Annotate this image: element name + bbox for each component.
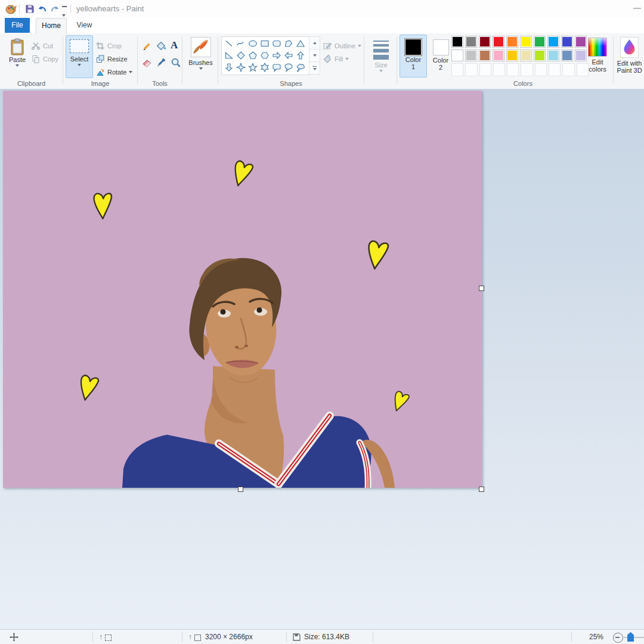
palette-swatch-empty[interactable] bbox=[507, 63, 519, 76]
paste-button[interactable]: Paste bbox=[5, 35, 30, 78]
resize-handle-right[interactable] bbox=[479, 286, 484, 291]
brushes-button[interactable]: Brushes bbox=[187, 35, 215, 79]
palette-swatch-22B14C[interactable] bbox=[534, 36, 546, 48]
shape-five-point-star[interactable] bbox=[247, 61, 259, 73]
shape-diamond[interactable] bbox=[235, 49, 247, 61]
drawing-canvas[interactable] bbox=[3, 91, 482, 488]
shape-right-arrow[interactable] bbox=[271, 49, 283, 61]
palette-swatch-empty[interactable] bbox=[451, 63, 463, 76]
resize-handle-corner[interactable] bbox=[479, 487, 484, 492]
palette-swatch-3F48CC[interactable] bbox=[561, 36, 573, 48]
heart-drawing-4 bbox=[78, 375, 99, 402]
redo-button[interactable] bbox=[50, 4, 60, 14]
rotate-button[interactable]: Rotate bbox=[95, 66, 132, 78]
palette-swatch-C3C3C3[interactable] bbox=[465, 49, 477, 61]
qat-customize-button[interactable] bbox=[62, 6, 67, 19]
palette-swatch-7F7F7F[interactable] bbox=[465, 36, 477, 48]
minimize-button[interactable] bbox=[633, 8, 641, 9]
palette-swatch-7092BE[interactable] bbox=[561, 49, 573, 61]
group-shapes: Outline Fill Shapes bbox=[218, 33, 364, 88]
palette-swatch-B97A57[interactable] bbox=[479, 49, 491, 61]
palette-swatch-99D9EA[interactable] bbox=[547, 49, 559, 61]
app-icon bbox=[5, 4, 17, 15]
crop-button[interactable]: Crop bbox=[95, 40, 122, 52]
heart-drawing-5 bbox=[391, 391, 410, 413]
text-tool[interactable]: A bbox=[171, 39, 178, 51]
color-picker-tool[interactable] bbox=[156, 57, 166, 68]
save-button[interactable] bbox=[25, 4, 35, 14]
heart-drawing-3 bbox=[367, 241, 389, 270]
shape-rectangle[interactable] bbox=[259, 38, 271, 49]
palette-swatch-empty[interactable] bbox=[479, 63, 491, 76]
copy-button[interactable]: Copy bbox=[31, 53, 58, 65]
shape-polygon[interactable] bbox=[283, 38, 295, 49]
zoom-slider-track[interactable] bbox=[624, 637, 644, 638]
eraser-tool[interactable] bbox=[141, 57, 152, 68]
color1-button[interactable]: Color 1 bbox=[400, 35, 427, 78]
magnifier-tool[interactable] bbox=[171, 57, 181, 68]
palette-swatch-empty[interactable] bbox=[549, 63, 561, 76]
palette-swatch-FFF200[interactable] bbox=[520, 36, 532, 48]
palette-swatch-empty[interactable] bbox=[493, 63, 505, 76]
shape-rounded-rectangle[interactable] bbox=[271, 38, 283, 49]
shape-four-point-star[interactable] bbox=[235, 61, 247, 73]
shape-down-arrow[interactable] bbox=[223, 61, 235, 73]
shapes-more-button[interactable] bbox=[309, 61, 320, 75]
group-label-tools: Tools bbox=[138, 80, 182, 87]
zoom-out-button[interactable] bbox=[613, 633, 623, 643]
shape-up-arrow[interactable] bbox=[295, 49, 306, 61]
palette-swatch-FFFFFF[interactable] bbox=[451, 49, 463, 61]
tab-file[interactable]: File bbox=[5, 18, 30, 33]
palette-swatch-FFAEC9[interactable] bbox=[493, 49, 504, 61]
shape-pentagon[interactable] bbox=[247, 49, 259, 61]
shapes-scroll-up-button[interactable] bbox=[309, 36, 320, 49]
cursor-position-icon bbox=[10, 633, 18, 642]
fill-button[interactable]: Fill bbox=[323, 53, 349, 65]
resize-icon bbox=[95, 54, 105, 64]
group-size: Size bbox=[364, 33, 397, 88]
resize-button[interactable]: Resize bbox=[95, 53, 128, 65]
group-label-shapes: Shapes bbox=[218, 80, 364, 87]
shapes-scroll-down-button[interactable] bbox=[309, 49, 320, 62]
palette-swatch-FF7F27[interactable] bbox=[506, 36, 518, 48]
outline-button[interactable]: Outline bbox=[323, 40, 361, 52]
palette-swatch-000000[interactable] bbox=[451, 36, 463, 48]
cut-button[interactable]: Cut bbox=[31, 40, 53, 52]
shape-oval[interactable] bbox=[247, 38, 259, 49]
resize-handle-bottom[interactable] bbox=[238, 487, 243, 492]
pencil-tool[interactable] bbox=[141, 41, 152, 51]
palette-swatch-880015[interactable] bbox=[479, 36, 491, 48]
palette-swatch-empty[interactable] bbox=[562, 63, 574, 76]
shape-right-triangle[interactable] bbox=[223, 49, 235, 61]
fill-tool[interactable] bbox=[156, 41, 166, 51]
edit-colors-button[interactable]: Edit colors bbox=[583, 35, 612, 78]
select-icon bbox=[70, 39, 89, 53]
palette-swatch-FFC90E[interactable] bbox=[506, 49, 518, 61]
shape-rounded-callout[interactable] bbox=[271, 61, 283, 73]
palette-swatch-empty[interactable] bbox=[535, 63, 547, 76]
palette-swatch-EFE4B0[interactable] bbox=[520, 49, 532, 61]
color2-button[interactable]: Color 2 bbox=[428, 35, 453, 78]
shape-hexagon[interactable] bbox=[259, 49, 271, 61]
tab-view[interactable]: View bbox=[70, 18, 98, 33]
color-palette bbox=[451, 36, 589, 78]
palette-swatch-ED1C24[interactable] bbox=[493, 36, 504, 48]
subject-photo bbox=[122, 258, 395, 488]
shape-cloud-callout[interactable] bbox=[295, 61, 306, 73]
palette-swatch-B5E61D[interactable] bbox=[534, 49, 546, 61]
edit-with-paint3d-button[interactable]: Edit with Paint 3D bbox=[614, 35, 644, 78]
palette-swatch-00A2E8[interactable] bbox=[547, 36, 559, 48]
shape-left-arrow[interactable] bbox=[283, 49, 295, 61]
palette-swatch-empty[interactable] bbox=[465, 63, 477, 76]
select-button[interactable]: Select bbox=[66, 35, 93, 78]
shape-curve[interactable] bbox=[235, 38, 247, 49]
shape-oval-callout[interactable] bbox=[283, 61, 295, 73]
shape-line[interactable] bbox=[223, 38, 235, 49]
tab-home[interactable]: Home bbox=[36, 18, 67, 34]
size-button[interactable]: Size bbox=[369, 35, 394, 79]
palette-swatch-empty[interactable] bbox=[521, 63, 532, 76]
undo-button[interactable] bbox=[37, 4, 47, 14]
shape-triangle[interactable] bbox=[295, 38, 306, 49]
zoom-slider-thumb[interactable] bbox=[627, 632, 634, 642]
shape-six-point-star[interactable] bbox=[259, 61, 271, 73]
